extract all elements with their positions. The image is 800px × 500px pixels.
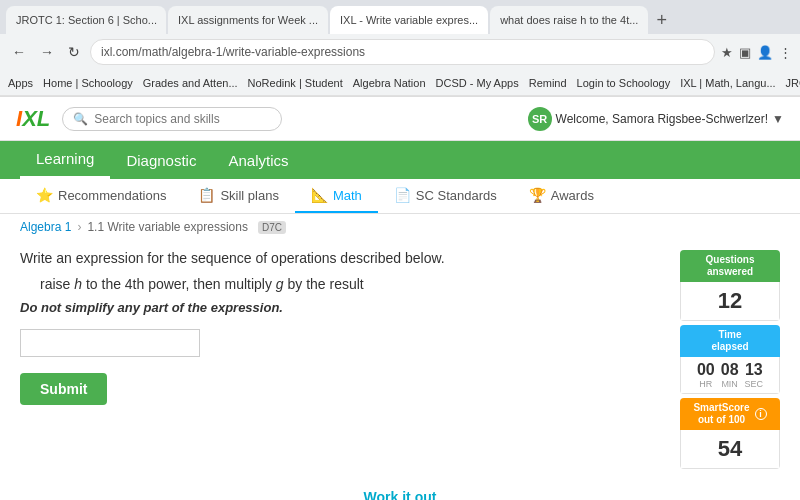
g-variable: g bbox=[276, 276, 284, 292]
tab-jrotc[interactable]: JROTC 1: Section 6 | Scho... bbox=[6, 6, 166, 34]
skill-plans-icon: 📋 bbox=[198, 187, 215, 203]
menu-icon[interactable]: ⋮ bbox=[779, 45, 792, 60]
tab-recommendations[interactable]: ⭐ Recommendations bbox=[20, 179, 182, 213]
breadcrumb: Algebra 1 › 1.1 Write variable expressio… bbox=[0, 214, 800, 240]
nav-diagnostic[interactable]: Diagnostic bbox=[110, 141, 212, 179]
tab-awards[interactable]: 🏆 Awards bbox=[513, 179, 610, 213]
new-tab-button[interactable]: + bbox=[656, 10, 667, 31]
time-min-unit: 08 MIN bbox=[721, 361, 739, 389]
bookmarks-bar: Apps Home | Schoology Grades and Atten..… bbox=[0, 70, 800, 96]
ixl-search-box[interactable]: 🔍 bbox=[62, 107, 282, 131]
info-icon[interactable]: i bbox=[755, 408, 767, 420]
ixl-welcome: SR Welcome, Samora Rigsbee-Schwerlzer! ▼ bbox=[528, 107, 784, 131]
search-input[interactable] bbox=[94, 112, 271, 126]
bookmark-home-schoology[interactable]: Home | Schoology bbox=[43, 77, 133, 89]
account-icon[interactable]: 👤 bbox=[757, 45, 773, 60]
time-hr-unit: 00 HR bbox=[697, 361, 715, 389]
browser-chrome: JROTC 1: Section 6 | Scho... IXL assignm… bbox=[0, 0, 800, 97]
bookmark-remind[interactable]: Remind bbox=[529, 77, 567, 89]
tab-ixl-write[interactable]: IXL - Write variable expres... bbox=[330, 6, 488, 34]
ixl-logo-xl: XL bbox=[22, 106, 50, 132]
problem-instruction: Write an expression for the sequence of … bbox=[20, 250, 660, 266]
smart-score-label: SmartScoreout of 100 i bbox=[680, 398, 780, 430]
back-button[interactable]: ← bbox=[8, 42, 30, 62]
ixl-app-header: IXL 🔍 SR Welcome, Samora Rigsbee-Schwerl… bbox=[0, 97, 800, 141]
questions-answered-value: 12 bbox=[680, 282, 780, 321]
breadcrumb-sep: › bbox=[77, 220, 81, 234]
recommendations-icon: ⭐ bbox=[36, 187, 53, 203]
bookmark-noredink[interactable]: NoRedink | Student bbox=[248, 77, 343, 89]
bookmark-jrotc[interactable]: JROTC bbox=[786, 77, 800, 89]
time-hr-label: HR bbox=[697, 379, 715, 389]
tab-math[interactable]: 📐 Math bbox=[295, 179, 378, 213]
url-box[interactable]: ixl.com/math/algebra-1/write-variable-ex… bbox=[90, 39, 715, 65]
time-sec-unit: 13 SEC bbox=[745, 361, 764, 389]
breadcrumb-badge: D7C bbox=[258, 221, 286, 234]
bookmark-login-schoology[interactable]: Login to Schoology bbox=[577, 77, 671, 89]
math-icon: 📐 bbox=[311, 187, 328, 203]
time-sec-label: SEC bbox=[745, 379, 764, 389]
problem-expression: raise h to the 4th power, then multiply … bbox=[40, 276, 660, 292]
nav-learning[interactable]: Learning bbox=[20, 141, 110, 179]
time-hr-value: 00 bbox=[697, 361, 715, 379]
bookmark-algebra-nation[interactable]: Algebra Nation bbox=[353, 77, 426, 89]
questions-answered-box: Questionsanswered 12 bbox=[680, 250, 780, 321]
welcome-text: Welcome, Samora Rigsbee-Schwerlzer! bbox=[556, 112, 769, 126]
tab-raise-h[interactable]: what does raise h to the 4t... bbox=[490, 6, 648, 34]
tab-awards-label: Awards bbox=[551, 188, 594, 203]
time-display: 00 HR 08 MIN 13 SEC bbox=[680, 357, 780, 394]
smart-score-value: 54 bbox=[680, 430, 780, 469]
forward-button[interactable]: → bbox=[36, 42, 58, 62]
work-it-out-area: Work it out Not feeling ready yet? This … bbox=[0, 479, 800, 500]
tab-skill-plans[interactable]: 📋 Skill plans bbox=[182, 179, 295, 213]
bookmark-icon[interactable]: ★ bbox=[721, 45, 733, 60]
work-it-out-title[interactable]: Work it out bbox=[0, 489, 800, 500]
breadcrumb-current: 1.1 Write variable expressions bbox=[87, 220, 248, 234]
time-min-value: 08 bbox=[721, 361, 739, 379]
awards-icon: 🏆 bbox=[529, 187, 546, 203]
tab-sc-standards-label: SC Standards bbox=[416, 188, 497, 203]
time-elapsed-box: Timeelapsed 00 HR 08 MIN 13 SEC bbox=[680, 325, 780, 394]
h-variable: h bbox=[74, 276, 82, 292]
tab-math-label: Math bbox=[333, 188, 362, 203]
sc-standards-icon: 📄 bbox=[394, 187, 411, 203]
bookmark-dcsd[interactable]: DCSD - My Apps bbox=[436, 77, 519, 89]
time-elapsed-label: Timeelapsed bbox=[680, 325, 780, 357]
nav-analytics[interactable]: Analytics bbox=[212, 141, 304, 179]
answer-input[interactable] bbox=[20, 329, 200, 357]
content-tabs: ⭐ Recommendations 📋 Skill plans 📐 Math 📄… bbox=[0, 179, 800, 214]
smart-score-box: SmartScoreout of 100 i 54 bbox=[680, 398, 780, 469]
tab-ixl-assignments[interactable]: IXL assignments for Week ... bbox=[168, 6, 328, 34]
submit-button[interactable]: Submit bbox=[20, 373, 107, 405]
tab-skill-plans-label: Skill plans bbox=[220, 188, 279, 203]
address-bar: ← → ↻ ixl.com/math/algebra-1/write-varia… bbox=[0, 34, 800, 70]
main-area: Write an expression for the sequence of … bbox=[0, 240, 800, 479]
breadcrumb-parent[interactable]: Algebra 1 bbox=[20, 220, 71, 234]
bookmark-apps[interactable]: Apps bbox=[8, 77, 33, 89]
problem-area: Write an expression for the sequence of … bbox=[20, 250, 660, 469]
reload-button[interactable]: ↻ bbox=[64, 42, 84, 62]
time-min-label: MIN bbox=[721, 379, 739, 389]
tab-recommendations-label: Recommendations bbox=[58, 188, 166, 203]
stats-panel: Questionsanswered 12 Timeelapsed 00 HR 0… bbox=[680, 250, 780, 469]
time-sec-value: 13 bbox=[745, 361, 764, 379]
problem-note: Do not simplify any part of the expressi… bbox=[20, 300, 660, 315]
chevron-down-icon[interactable]: ▼ bbox=[772, 112, 784, 126]
tab-bar: JROTC 1: Section 6 | Scho... IXL assignm… bbox=[0, 0, 800, 34]
bookmark-ixl[interactable]: IXL | Math, Langu... bbox=[680, 77, 775, 89]
url-text: ixl.com/math/algebra-1/write-variable-ex… bbox=[101, 45, 365, 59]
avatar: SR bbox=[528, 107, 552, 131]
ixl-nav: Learning Diagnostic Analytics bbox=[0, 141, 800, 179]
ixl-logo[interactable]: IXL bbox=[16, 106, 50, 132]
extensions-icon[interactable]: ▣ bbox=[739, 45, 751, 60]
tab-sc-standards[interactable]: 📄 SC Standards bbox=[378, 179, 513, 213]
questions-answered-label: Questionsanswered bbox=[680, 250, 780, 282]
search-icon: 🔍 bbox=[73, 112, 88, 126]
bookmark-grades[interactable]: Grades and Atten... bbox=[143, 77, 238, 89]
